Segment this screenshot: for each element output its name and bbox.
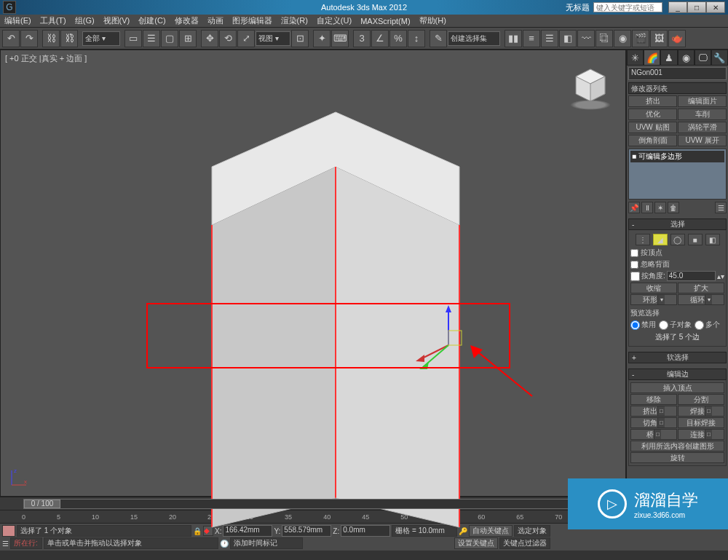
btn-uvwmap[interactable]: UVW 贴图 bbox=[628, 122, 677, 133]
btn-editpatch[interactable]: 编辑面片 bbox=[678, 95, 727, 107]
rotate-button[interactable]: ⟲ bbox=[219, 30, 237, 47]
pivot-button[interactable]: ⊡ bbox=[291, 30, 309, 47]
keymode-button[interactable]: ⌨ bbox=[331, 30, 349, 47]
maximize-button[interactable]: □ bbox=[687, 1, 706, 13]
unique-icon[interactable]: ✶ bbox=[654, 202, 666, 213]
btn-targetweld[interactable]: 目标焊接 bbox=[678, 417, 724, 428]
object-name-field[interactable]: NGon001 bbox=[628, 67, 727, 80]
keyfilter-button[interactable]: 关键点过滤器 bbox=[499, 537, 550, 549]
unlink-button[interactable]: ⛓̸ bbox=[60, 30, 78, 47]
add-timetag[interactable]: 添加时间标记 bbox=[230, 537, 303, 549]
modifier-list[interactable]: 修改器列表 bbox=[628, 82, 727, 94]
menu-modifiers[interactable]: 修改器 bbox=[170, 15, 203, 26]
undo-button[interactable]: ↶ bbox=[2, 30, 20, 47]
btn-uvwunwrap[interactable]: UVW 展开 bbox=[678, 135, 727, 146]
edit-named-button[interactable]: ✎ bbox=[430, 30, 447, 47]
viewcube[interactable] bbox=[569, 65, 612, 109]
subobj-poly-icon[interactable]: ■ bbox=[688, 234, 703, 245]
window-crossing-button[interactable]: ⊞ bbox=[179, 30, 197, 47]
menu-edit[interactable]: 编辑(E) bbox=[0, 15, 36, 26]
btn-turbosmooth[interactable]: 涡轮平滑 bbox=[678, 122, 727, 133]
script-rec-icon[interactable] bbox=[2, 525, 15, 537]
render-setup-button[interactable]: 🎬 bbox=[632, 30, 649, 47]
named-selection[interactable]: 创建选择集 bbox=[448, 31, 500, 46]
close-button[interactable]: ✕ bbox=[706, 1, 725, 13]
btn-insertvert[interactable]: 插入顶点 bbox=[630, 382, 724, 393]
spinner-arrows-icon[interactable]: ▴▾ bbox=[717, 272, 724, 280]
radio-preview-off[interactable] bbox=[630, 320, 640, 330]
selection-filter[interactable]: 全部 ▾ bbox=[82, 31, 120, 46]
modifier-stack[interactable]: ■ 可编辑多边形 bbox=[628, 149, 727, 200]
script-open-icon[interactable]: ☰ bbox=[2, 540, 9, 548]
menu-tools[interactable]: 工具(T) bbox=[36, 15, 71, 26]
move-button[interactable]: ✥ bbox=[201, 30, 218, 47]
btn-shrink[interactable]: 收缩 bbox=[630, 283, 677, 293]
refcoord-dropdown[interactable]: 视图 ▾ bbox=[256, 31, 290, 46]
menu-customize[interactable]: 自定义(U) bbox=[312, 15, 356, 26]
app-icon[interactable]: G bbox=[3, 1, 16, 14]
btn-spin[interactable]: 旋转 bbox=[630, 452, 724, 463]
btn-connect[interactable]: 连接□ bbox=[678, 429, 724, 440]
chk-ignore-backface[interactable] bbox=[630, 261, 638, 269]
btn-optimize[interactable]: 优化 bbox=[628, 109, 677, 120]
menu-animation[interactable]: 动画 bbox=[203, 15, 228, 26]
setkey-button[interactable]: 设置关键点 bbox=[454, 537, 498, 549]
display-tab-icon[interactable]: 🖵 bbox=[695, 50, 711, 66]
radio-preview-multi[interactable] bbox=[695, 320, 704, 330]
rollout-softsel[interactable]: +软选择 bbox=[628, 352, 727, 363]
menu-view[interactable]: 视图(V) bbox=[99, 15, 135, 26]
motion-tab-icon[interactable]: ◉ bbox=[678, 50, 695, 66]
btn-split[interactable]: 分割 bbox=[678, 394, 724, 405]
align-button[interactable]: ≡ bbox=[523, 30, 540, 47]
hierarchy-tab-icon[interactable]: ♟ bbox=[660, 50, 677, 66]
autokey-button[interactable]: 自动关键点 bbox=[469, 525, 513, 537]
btn-remove[interactable]: 移除 bbox=[630, 394, 677, 405]
time-thumb[interactable]: 0 / 100 bbox=[24, 500, 60, 508]
configure-icon[interactable]: ☰ bbox=[715, 202, 727, 213]
utilities-tab-icon[interactable]: 🔧 bbox=[711, 50, 728, 66]
scale-button[interactable]: ⤢ bbox=[237, 30, 255, 47]
menu-create[interactable]: 创建(C) bbox=[134, 15, 170, 26]
btn-grow[interactable]: 扩大 bbox=[678, 283, 724, 293]
material-button[interactable]: ◉ bbox=[614, 30, 631, 47]
menu-maxscript[interactable]: MAXScript(M) bbox=[356, 17, 414, 25]
btn-weld[interactable]: 焊接□ bbox=[678, 406, 724, 417]
spinner-snap-button[interactable]: ↕ bbox=[408, 30, 425, 47]
show-end-icon[interactable]: Ⅱ bbox=[641, 202, 653, 213]
schematic-button[interactable]: ⿻ bbox=[596, 30, 613, 47]
rollout-editedge[interactable]: -编辑边 bbox=[628, 368, 727, 380]
stack-item-editpoly[interactable]: ■ 可编辑多边形 bbox=[630, 151, 724, 162]
btn-chamfer[interactable]: 切角□ bbox=[630, 417, 677, 428]
timetag-icon[interactable]: 🕐 bbox=[220, 540, 229, 548]
layer-button[interactable]: ☰ bbox=[541, 30, 558, 47]
mirror-button[interactable]: ▮▮ bbox=[505, 30, 522, 47]
modify-tab-icon[interactable]: 🌈 bbox=[644, 50, 660, 66]
btn-create-shape[interactable]: 利用所选内容创建图形 bbox=[630, 441, 724, 451]
btn-extrude[interactable]: 挤出 bbox=[628, 95, 677, 107]
percent-snap-button[interactable]: % bbox=[389, 30, 407, 47]
btn-bridge[interactable]: 桥□ bbox=[630, 429, 677, 440]
viewport-label[interactable]: [ +0 正交 |真实 + 边面 ] bbox=[5, 53, 87, 64]
select-name-button[interactable]: ☰ bbox=[143, 30, 160, 47]
menu-render[interactable]: 渲染(R) bbox=[277, 15, 312, 26]
radio-preview-sub[interactable] bbox=[659, 320, 668, 330]
select-button[interactable]: ▭ bbox=[124, 30, 142, 47]
subobj-vertex-icon[interactable]: ⋮ bbox=[636, 234, 650, 245]
pin-stack-icon[interactable]: 📌 bbox=[628, 202, 640, 213]
snap-button[interactable]: 3 bbox=[353, 30, 371, 47]
menu-graph[interactable]: 图形编辑器 bbox=[228, 15, 277, 26]
rollout-selection[interactable]: -选择 bbox=[628, 218, 727, 230]
key-selset[interactable]: 选定对象 bbox=[514, 525, 550, 537]
btn-loop[interactable]: 循环▾ bbox=[678, 294, 724, 305]
render-fb-button[interactable]: 🖼 bbox=[650, 30, 668, 47]
chk-by-vertex[interactable] bbox=[630, 249, 638, 257]
render-button[interactable]: 🫖 bbox=[668, 30, 686, 47]
viewport[interactable]: [ +0 正交 |真实 + 边面 ] bbox=[0, 50, 626, 497]
create-tab-icon[interactable]: ✳ bbox=[627, 50, 644, 66]
curve-editor-button[interactable]: 〰 bbox=[577, 30, 595, 47]
minimize-button[interactable]: _ bbox=[668, 1, 687, 13]
subobj-border-icon[interactable]: ◯ bbox=[670, 234, 685, 245]
menu-group[interactable]: 组(G) bbox=[71, 15, 99, 26]
remove-mod-icon[interactable]: 🗑 bbox=[668, 202, 679, 213]
link-button[interactable]: ⛓ bbox=[42, 30, 60, 47]
